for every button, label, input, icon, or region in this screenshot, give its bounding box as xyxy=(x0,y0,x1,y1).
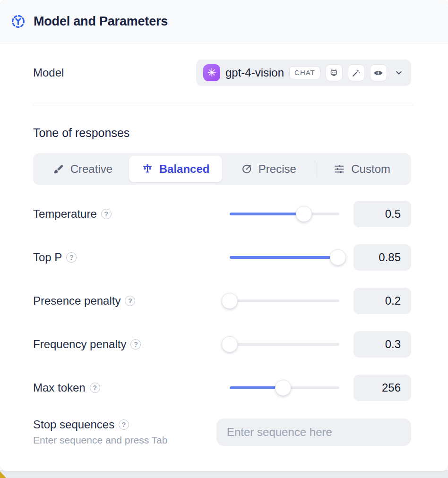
model-type-badge: CHAT xyxy=(289,66,320,79)
model-row: Model ✳ gpt-4-vision CHAT xyxy=(33,60,415,86)
page-bottom-strip xyxy=(0,470,448,478)
presence-penalty-slider[interactable] xyxy=(230,293,339,309)
scales-icon xyxy=(141,163,154,175)
temperature-slider[interactable] xyxy=(230,206,339,222)
section-divider xyxy=(33,105,415,105)
stop-sequences-labels: Stop sequences Enter sequence and press … xyxy=(33,418,167,446)
stop-sequences-label: Stop sequences xyxy=(33,418,167,431)
chevron-down-icon xyxy=(394,68,404,77)
tone-option-precise[interactable]: Precise xyxy=(222,156,315,182)
paintbrush-icon xyxy=(52,163,65,175)
top-p-value[interactable]: 0.85 xyxy=(353,244,411,271)
model-name: gpt-4-vision xyxy=(225,66,284,79)
slider-thumb[interactable] xyxy=(296,206,312,222)
help-icon[interactable] xyxy=(125,296,135,306)
help-icon[interactable] xyxy=(130,339,141,350)
help-icon[interactable] xyxy=(66,252,77,263)
help-icon[interactable] xyxy=(90,383,100,393)
top-p-row: Top P 0.85 xyxy=(33,244,411,271)
tone-option-label: Precise xyxy=(258,162,296,176)
panel-body: Model ✳ gpt-4-vision CHAT xyxy=(0,60,448,446)
slider-thumb[interactable] xyxy=(275,380,291,396)
page-background: Model and Parameters Model ✳ gpt-4-visio… xyxy=(0,0,448,478)
tone-option-creative[interactable]: Creative xyxy=(36,156,129,182)
panel-title: Model and Parameters xyxy=(34,14,168,29)
frequency-penalty-label: Frequency penalty xyxy=(33,338,230,351)
sliders-icon xyxy=(333,163,345,175)
temperature-label: Temperature xyxy=(33,207,230,221)
temperature-value[interactable]: 0.5 xyxy=(353,201,411,227)
stop-sequences-row: Stop sequences Enter sequence and press … xyxy=(33,418,415,446)
model-parameters-panel: Model and Parameters Model ✳ gpt-4-visio… xyxy=(0,0,448,471)
tone-option-custom[interactable]: Custom xyxy=(315,156,408,182)
presence-penalty-value[interactable]: 0.2 xyxy=(353,288,411,314)
stop-sequences-helper: Enter sequence and press Tab xyxy=(33,435,167,446)
chat-assistant-icon xyxy=(326,64,343,81)
openai-logo-glyph: ✳ xyxy=(207,67,216,78)
help-icon[interactable] xyxy=(101,209,112,219)
model-label: Model xyxy=(33,66,64,79)
presence-penalty-label: Presence penalty xyxy=(33,294,230,307)
top-p-slider[interactable] xyxy=(230,249,339,265)
top-p-label: Top P xyxy=(33,251,230,264)
temperature-row: Temperature 0.5 xyxy=(33,201,411,227)
max-token-value[interactable]: 256 xyxy=(353,375,411,401)
tone-option-balanced[interactable]: Balanced xyxy=(129,156,222,182)
tone-option-label: Custom xyxy=(351,162,390,176)
model-parameters-icon xyxy=(10,14,26,29)
model-select[interactable]: ✳ gpt-4-vision CHAT xyxy=(196,60,411,86)
openai-logo-icon: ✳ xyxy=(203,64,220,81)
max-token-slider[interactable] xyxy=(230,380,339,396)
parameters-section: Temperature 0.5 Top P xyxy=(33,201,415,401)
presence-penalty-row: Presence penalty 0.2 xyxy=(33,288,411,314)
panel-header: Model and Parameters xyxy=(0,0,448,43)
frequency-penalty-value[interactable]: 0.3 xyxy=(353,331,411,358)
max-token-row: Max token 256 xyxy=(33,375,411,401)
frequency-penalty-slider[interactable] xyxy=(230,336,339,352)
magic-wand-icon xyxy=(348,64,365,81)
tone-segmented-control: Creative Balanced xyxy=(33,153,411,185)
target-icon xyxy=(241,163,253,175)
slider-thumb[interactable] xyxy=(222,336,238,352)
tone-option-label: Balanced xyxy=(159,162,210,176)
vision-eye-icon xyxy=(370,64,387,81)
tone-heading: Tone of responses xyxy=(33,126,415,140)
help-icon[interactable] xyxy=(119,419,129,430)
slider-thumb[interactable] xyxy=(222,293,238,309)
max-token-label: Max token xyxy=(33,381,230,394)
tone-option-label: Creative xyxy=(70,162,112,176)
frequency-penalty-row: Frequency penalty 0.3 xyxy=(33,331,411,358)
slider-thumb[interactable] xyxy=(330,249,346,265)
stop-sequence-input[interactable] xyxy=(216,418,411,446)
